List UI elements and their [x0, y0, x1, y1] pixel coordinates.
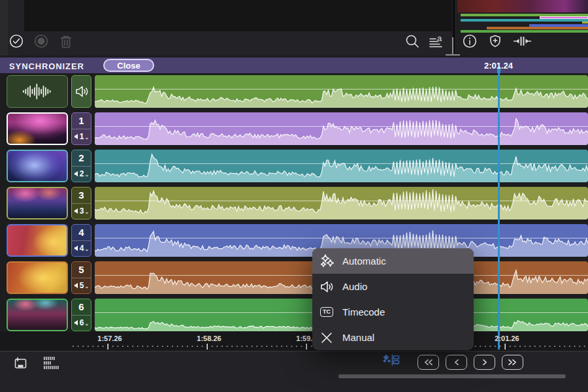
close-button[interactable]: Close	[103, 59, 154, 72]
camera-2-thumbnail[interactable]	[7, 150, 68, 182]
camera-5-angle-button[interactable]: 55⌄	[71, 261, 91, 294]
step-forward-button[interactable]	[474, 355, 495, 370]
chevron-down-icon: ⌄	[84, 322, 89, 326]
svg-text:a: a	[437, 34, 442, 43]
ruler-timecode-label: 2:01.26	[495, 335, 519, 342]
reference-speaker-button[interactable]	[71, 75, 91, 108]
waveform-icon	[23, 83, 52, 100]
camera-audio-number: 2	[80, 169, 84, 178]
overview-clip-bar[interactable]	[582, 22, 588, 24]
clip-reference-line	[95, 163, 588, 164]
camera-6-thumbnail[interactable]	[7, 299, 68, 331]
record-circle-icon	[34, 34, 48, 48]
camera-1-thumbnail[interactable]	[7, 112, 68, 145]
camera-audio-number: 6	[80, 318, 84, 327]
ruler-timecode-label: 1:57.26	[97, 335, 122, 342]
search-icon[interactable]	[405, 34, 419, 48]
camera-3-thumbnail[interactable]	[7, 187, 68, 220]
step-back-button[interactable]	[446, 355, 467, 370]
menu-item-timecode[interactable]: TCTimecode	[312, 299, 474, 325]
speaker-mini-icon	[74, 319, 79, 326]
pane-resize-handle-base[interactable]	[446, 54, 460, 56]
pane-resize-handle[interactable]	[452, 37, 453, 55]
reference-track-button[interactable]	[7, 75, 68, 108]
track-3-audio-clip[interactable]	[95, 187, 588, 220]
ruler-timecode-label: 1:58.26	[197, 335, 221, 342]
playhead[interactable]	[498, 73, 500, 350]
camera-audio-number: 4	[80, 244, 84, 253]
app-window: a SYNCHRONIZER Close 2:01.24 11⌄22⌄33⌄44…	[0, 0, 588, 392]
camera-audio-number: 1	[80, 132, 84, 141]
speaker-icon	[75, 84, 88, 99]
jump-back-button[interactable]	[417, 355, 439, 370]
camera-2-angle-button[interactable]: 22⌄	[71, 150, 91, 182]
camera-audio-selector[interactable]: 2⌄	[72, 167, 91, 182]
overview-clip-bar[interactable]	[461, 19, 588, 22]
info-icon[interactable]	[463, 34, 477, 48]
camera-number: 6	[72, 299, 91, 316]
horizontal-scrollbar[interactable]	[338, 374, 566, 378]
camera-number: 2	[72, 150, 91, 167]
track-1-audio-clip[interactable]	[95, 112, 588, 145]
camera-audio-number: 5	[80, 281, 84, 290]
timeline-overview-video-strip[interactable]	[457, 0, 588, 12]
track-ref-audio-clip[interactable]	[95, 75, 588, 108]
camera-audio-selector[interactable]: 5⌄	[72, 278, 91, 294]
browser-pane: a	[0, 0, 453, 56]
checkmark-circle-icon[interactable]	[9, 34, 24, 48]
camera-audio-selector[interactable]: 4⌄	[72, 241, 91, 257]
speaker-icon	[319, 280, 335, 294]
chevron-down-icon: ⌄	[84, 248, 89, 252]
chevron-down-icon: ⌄	[84, 210, 89, 214]
sync-mode-menu: AutomaticAudioTCTimecodeManual	[312, 248, 474, 350]
x-mark-icon	[319, 331, 335, 345]
split-adjust-icon[interactable]	[514, 35, 531, 47]
sort-by-name-icon[interactable]: a	[429, 34, 444, 48]
overview-clip-bar[interactable]	[487, 27, 588, 29]
clip-reference-line	[95, 89, 588, 90]
browser-pane-edge	[0, 0, 8, 56]
camera-audio-selector[interactable]: 3⌄	[72, 204, 91, 220]
add-to-timeline-icon[interactable]	[13, 355, 27, 370]
camera-4-angle-button[interactable]: 44⌄	[71, 224, 91, 257]
chevron-down-icon: ⌄	[84, 136, 89, 140]
speaker-mini-icon	[74, 133, 79, 140]
timecode-badge-icon: TC	[319, 305, 335, 319]
camera-number: 5	[72, 262, 91, 278]
menu-item-manual[interactable]: Manual	[312, 325, 474, 350]
camera-3-angle-button[interactable]: 33⌄	[71, 187, 91, 220]
camera-6-angle-button[interactable]: 66⌄	[71, 299, 91, 331]
bottom-left-tools	[13, 355, 61, 370]
viewer-area	[24, 0, 452, 31]
auto-sync-icon[interactable]	[383, 354, 400, 366]
audio-lanes-icon[interactable]	[43, 356, 61, 370]
camera-4-thumbnail[interactable]	[7, 224, 68, 257]
speaker-mini-icon	[74, 208, 79, 214]
inspector-toolbar	[463, 34, 531, 48]
menu-item-label: Automatic	[342, 255, 386, 267]
chevron-down-icon: ⌄	[84, 285, 89, 289]
camera-number: 1	[72, 113, 91, 129]
shield-plus-icon[interactable]	[489, 35, 502, 48]
trash-icon	[59, 34, 73, 48]
clip-reference-line	[95, 238, 588, 238]
speaker-mini-icon	[74, 245, 79, 252]
camera-audio-selector[interactable]: 6⌄	[72, 316, 91, 331]
overview-clip-bar[interactable]	[461, 30, 588, 33]
track-2-audio-clip[interactable]	[95, 150, 588, 182]
clip-reference-line	[95, 126, 588, 127]
chevron-down-icon: ⌄	[84, 173, 89, 177]
frame-nav-buttons	[417, 355, 523, 370]
camera-audio-selector[interactable]: 1⌄	[72, 129, 91, 145]
camera-1-angle-button[interactable]: 11⌄	[71, 112, 91, 145]
menu-item-audio[interactable]: Audio	[312, 274, 474, 299]
camera-5-thumbnail[interactable]	[7, 261, 68, 294]
menu-item-automatic[interactable]: Automatic	[312, 248, 474, 274]
overview-clip-bar-inner	[540, 17, 587, 18]
synchronizer-title: SYNCHRONIZER	[9, 61, 84, 71]
search-toolbar: a	[405, 34, 444, 48]
jump-forward-button[interactable]	[502, 355, 523, 370]
menu-item-label: Manual	[342, 332, 374, 343]
sparkles-icon	[319, 254, 335, 269]
camera-number: 3	[72, 188, 91, 204]
